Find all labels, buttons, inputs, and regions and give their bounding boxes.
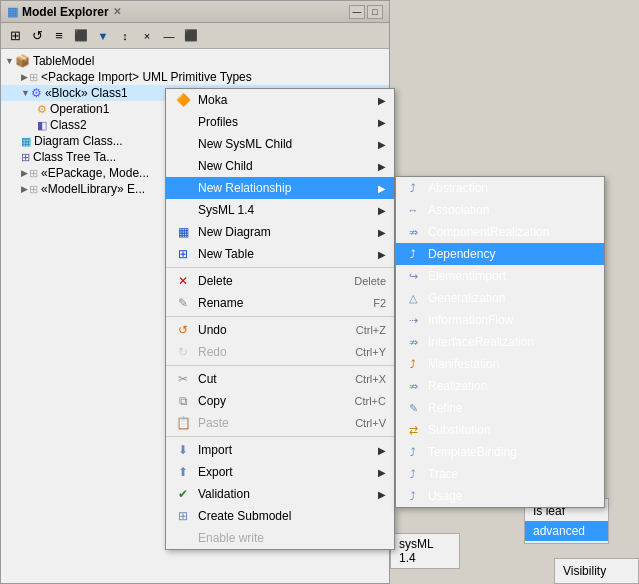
- submenu-association[interactable]: ↔ Association: [396, 199, 604, 221]
- menu-validation[interactable]: ✔ Validation ▶: [166, 483, 394, 505]
- substitution-icon: ⇄: [404, 421, 422, 439]
- toolbar-btn-8[interactable]: —: [159, 26, 179, 46]
- menu-copy[interactable]: ⧉ Copy Ctrl+C: [166, 390, 394, 412]
- undo-icon: ↺: [174, 321, 192, 339]
- context-menu: 🔶 Moka ▶ Profiles ▶ New SysML Child ▶ Ne…: [165, 88, 395, 550]
- submenu-trace[interactable]: ⤴ Trace: [396, 463, 604, 485]
- create-submodel-icon: ⊞: [174, 507, 192, 525]
- menu-moka-label: Moka: [198, 93, 374, 107]
- visibility-label: Visibility: [563, 564, 606, 578]
- menu-sysml14[interactable]: SysML 1.4 ▶: [166, 199, 394, 221]
- toolbar-btn-5[interactable]: ▼: [93, 26, 113, 46]
- new-relationship-icon: [174, 179, 192, 197]
- information-flow-label: InformationFlow: [428, 313, 513, 327]
- menu-paste[interactable]: 📋 Paste Ctrl+V: [166, 412, 394, 434]
- submenu-generalization[interactable]: △ Generalization: [396, 287, 604, 309]
- trace-icon: ⤴: [404, 465, 422, 483]
- classtree-icon: ⊞: [21, 151, 30, 164]
- submenu-dependency[interactable]: ⤴ Dependency: [396, 243, 604, 265]
- bottom-hint-panel-2: Visibility: [554, 558, 639, 584]
- generalization-icon: △: [404, 289, 422, 307]
- menu-rename[interactable]: ✎ Rename F2: [166, 292, 394, 314]
- menu-new-diagram[interactable]: ▦ New Diagram ▶: [166, 221, 394, 243]
- delete-shortcut: Delete: [354, 275, 386, 287]
- menu-redo[interactable]: ↻ Redo Ctrl+Y: [166, 341, 394, 363]
- usage-label: Usage: [428, 489, 463, 503]
- toolbar-btn-7[interactable]: ×: [137, 26, 157, 46]
- component-realization-icon: ⇏: [404, 223, 422, 241]
- tree-item-tablemodel[interactable]: ▼ 📦 TableModel: [1, 53, 389, 69]
- minimize-btn[interactable]: —: [349, 5, 365, 19]
- toolbar-btn-4[interactable]: ⬛: [71, 26, 91, 46]
- class2-icon: ◧: [37, 119, 47, 132]
- import-arrow: ▶: [378, 445, 386, 456]
- menu-new-sysml-child[interactable]: New SysML Child ▶: [166, 133, 394, 155]
- toolbar-btn-3[interactable]: ≡: [49, 26, 69, 46]
- menu-new-relationship-label: New Relationship: [198, 181, 374, 195]
- cut-shortcut: Ctrl+X: [355, 373, 386, 385]
- advanced-item[interactable]: advanced: [525, 521, 608, 541]
- abstraction-label: Abstraction: [428, 181, 488, 195]
- usage-icon: ⤴: [404, 487, 422, 505]
- menu-delete[interactable]: ✕ Delete Delete: [166, 270, 394, 292]
- submenu-manifestation[interactable]: ⤴ Manifestation: [396, 353, 604, 375]
- cut-icon: ✂: [174, 370, 192, 388]
- tree-item-pkgimport[interactable]: ▶ ⊞ <Package Import> UML Primitive Types: [1, 69, 389, 85]
- classtree-label: Class Tree Ta...: [33, 150, 116, 164]
- menu-create-submodel[interactable]: ⊞ Create Submodel: [166, 505, 394, 527]
- close-icon: ✕: [113, 6, 121, 17]
- submenu-information-flow[interactable]: ⇢ InformationFlow: [396, 309, 604, 331]
- submenu-substitution[interactable]: ⇄ Substitution: [396, 419, 604, 441]
- template-binding-icon: ⤴: [404, 443, 422, 461]
- expand-arrow-epackage[interactable]: ▶: [21, 168, 28, 178]
- menu-undo[interactable]: ↺ Undo Ctrl+Z: [166, 319, 394, 341]
- submenu-refine[interactable]: ✎ Refine: [396, 397, 604, 419]
- element-import-icon: ↪: [404, 267, 422, 285]
- menu-new-relationship[interactable]: New Relationship ▶ ⤴ Abstraction ↔ Assoc…: [166, 177, 394, 199]
- abstraction-icon: ⤴: [404, 179, 422, 197]
- submenu-realization[interactable]: ⇏ Realization: [396, 375, 604, 397]
- menu-enable-write[interactable]: Enable write: [166, 527, 394, 549]
- separator-4: [166, 436, 394, 437]
- expand-arrow-modellibrary[interactable]: ▶: [21, 184, 28, 194]
- dependency-label: Dependency: [428, 247, 495, 261]
- toolbar-btn-2[interactable]: ↺: [27, 26, 47, 46]
- profiles-arrow: ▶: [378, 117, 386, 128]
- submenu-template-binding[interactable]: ⤴ TemplateBinding: [396, 441, 604, 463]
- toolbar-btn-1[interactable]: ⊞: [5, 26, 25, 46]
- epackage-label: «EPackage, Mode...: [41, 166, 149, 180]
- menu-export[interactable]: ⬆ Export ▶: [166, 461, 394, 483]
- menu-moka[interactable]: 🔶 Moka ▶: [166, 89, 394, 111]
- undo-shortcut: Ctrl+Z: [356, 324, 386, 336]
- interface-realization-label: InterfaceRealization: [428, 335, 534, 349]
- interface-realization-icon: ⇏: [404, 333, 422, 351]
- menu-cut[interactable]: ✂ Cut Ctrl+X: [166, 368, 394, 390]
- information-flow-icon: ⇢: [404, 311, 422, 329]
- menu-new-table[interactable]: ⊞ New Table ▶: [166, 243, 394, 265]
- submenu-element-import[interactable]: ↪ ElementImport: [396, 265, 604, 287]
- expand-arrow-class1[interactable]: ▼: [21, 88, 30, 98]
- submenu-component-realization[interactable]: ⇏ ComponentRealization: [396, 221, 604, 243]
- tablemodel-icon: 📦: [15, 54, 30, 68]
- submenu-abstraction[interactable]: ⤴ Abstraction: [396, 177, 604, 199]
- op-icon: ⚙: [37, 103, 47, 116]
- epackage-icon: ⊞: [29, 167, 38, 180]
- toolbar-btn-6[interactable]: ↕: [115, 26, 135, 46]
- separator-1: [166, 267, 394, 268]
- new-child-arrow: ▶: [378, 161, 386, 172]
- class1-icon: ⚙: [31, 86, 42, 100]
- copy-shortcut: Ctrl+C: [355, 395, 386, 407]
- modellibrary-label: «ModelLibrary» E...: [41, 182, 145, 196]
- separator-3: [166, 365, 394, 366]
- menu-profiles[interactable]: Profiles ▶: [166, 111, 394, 133]
- moka-icon: 🔶: [174, 91, 192, 109]
- toolbar-btn-9[interactable]: ⬛: [181, 26, 201, 46]
- submenu-interface-realization[interactable]: ⇏ InterfaceRealization: [396, 331, 604, 353]
- menu-import[interactable]: ⬇ Import ▶: [166, 439, 394, 461]
- expand-arrow-pkgimport[interactable]: ▶: [21, 72, 28, 82]
- menu-new-child[interactable]: New Child ▶: [166, 155, 394, 177]
- expand-arrow-tablemodel[interactable]: ▼: [5, 56, 14, 66]
- restore-btn[interactable]: □: [367, 5, 383, 19]
- new-diagram-icon: ▦: [174, 223, 192, 241]
- submenu-usage[interactable]: ⤴ Usage: [396, 485, 604, 507]
